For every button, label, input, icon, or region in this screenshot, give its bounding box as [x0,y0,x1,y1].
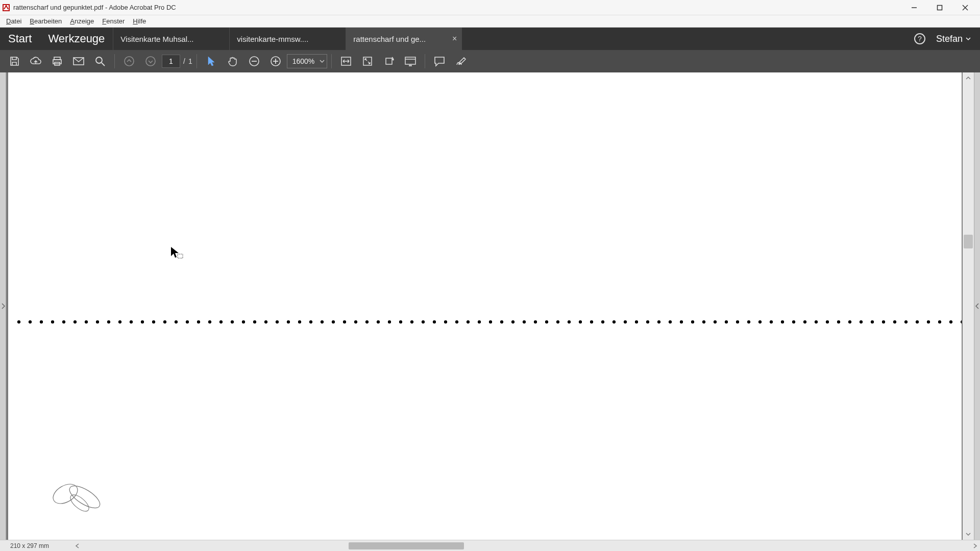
scrollbar-thumb[interactable] [964,235,973,248]
svg-rect-20 [363,57,372,65]
read-mode-button[interactable] [400,52,421,70]
zoom-out-button[interactable] [244,52,264,70]
help-icon: ? [914,33,926,45]
fit-page-button[interactable] [357,52,378,70]
chevron-right-icon [1,303,5,309]
page-dimensions: 210 x 297 mm [0,542,72,549]
document-tab[interactable]: Visitenkarte Muhsal... [113,28,229,50]
maximize-button[interactable] [927,1,952,15]
rotate-view-button[interactable] [379,52,399,70]
acrobat-app-icon [2,4,10,12]
left-panel-toggle[interactable] [0,72,6,540]
menu-fenster[interactable]: Fenster [98,16,129,26]
nav-tools[interactable]: Werkzeuge [40,28,113,50]
read-mode-icon [404,56,416,66]
menu-label: nzeige [75,17,94,25]
mail-button[interactable] [68,52,89,70]
close-tab-icon[interactable]: × [452,34,457,43]
document-tab-active[interactable]: rattenscharf und ge... × [346,28,462,50]
print-button[interactable] [47,52,67,70]
svg-rect-1 [938,5,942,10]
zoom-out-icon [249,56,260,67]
right-panel-toggle[interactable] [974,72,980,540]
search-icon [94,56,106,67]
menu-label: earbeiten [34,17,62,25]
fit-width-button[interactable] [336,52,356,70]
top-navigation: Start Werkzeuge Visitenkarte Muhsal... v… [0,28,980,50]
page-separator: / [183,57,185,65]
scroll-left-button[interactable] [72,541,83,550]
save-button[interactable] [4,52,24,70]
svg-point-25 [66,482,104,512]
page-total: 1 [188,57,192,65]
fit-width-icon [340,56,352,67]
title-bar: rattenscharf und gepunktet.pdf - Adobe A… [0,0,980,15]
search-button[interactable] [90,52,110,70]
nav-start[interactable]: Start [0,28,40,50]
zoom-in-icon [270,56,281,67]
chevron-left-icon [975,303,979,309]
cloud-upload-icon [30,56,42,67]
window-title: rattenscharf und gepunktet.pdf - Adobe A… [13,4,176,11]
print-icon [52,56,63,67]
scroll-up-button[interactable] [963,72,974,84]
scrollbar-track[interactable] [963,84,974,529]
comment-button[interactable] [429,52,450,70]
user-name: Stefan [936,34,963,44]
menu-label: atei [11,17,21,25]
chevron-left-icon [75,543,80,548]
hand-tool-icon [227,56,238,67]
scroll-down-button[interactable] [963,529,974,540]
horizontal-scrollbar[interactable] [72,541,980,550]
menu-bearbeiten[interactable]: Bearbeiten [26,16,66,26]
zoom-value: 1600% [292,57,315,65]
zoom-in-button[interactable] [265,52,286,70]
help-button[interactable]: ? [909,28,931,50]
svg-point-24 [50,480,81,508]
page-up-icon [124,56,135,67]
svg-point-10 [96,57,102,63]
svg-text:?: ? [918,35,922,43]
sign-button[interactable] [451,52,471,70]
toolbar-separator [425,54,425,68]
vertical-scrollbar[interactable] [963,72,974,540]
fit-page-icon [362,56,373,67]
save-icon [9,56,20,67]
document-viewport[interactable] [6,72,974,540]
chevron-up-icon [966,76,971,81]
zoom-dropdown[interactable]: 1600% [287,54,328,68]
tab-label: Visitenkarte Muhsal... [120,35,193,43]
tab-label: visitenkarte-mmsw.... [237,35,308,43]
scrollbar-thumb[interactable] [349,542,464,549]
svg-rect-27 [178,254,183,258]
menu-datei[interactable]: Datei [2,16,26,26]
user-menu[interactable]: Stefan [931,28,980,50]
butterfly-lineart [50,473,106,519]
svg-rect-21 [386,58,392,64]
document-tab[interactable]: visitenkarte-mmsw.... [229,28,346,50]
svg-point-13 [146,57,155,66]
chevron-down-icon [966,532,971,537]
scrollbar-track[interactable] [83,542,970,549]
page-down-button[interactable] [140,52,161,70]
selection-tool-icon [206,56,216,67]
minimize-button[interactable] [901,1,927,15]
page-number-box: / 1 [162,55,192,68]
rotate-view-icon [383,56,395,67]
page-number-input[interactable] [162,55,180,68]
menu-anzeige[interactable]: Anzeige [66,16,98,26]
svg-rect-22 [405,57,415,64]
svg-point-12 [125,57,134,66]
scroll-right-button[interactable] [970,541,980,550]
cursor-indicator [169,246,184,260]
page-up-button[interactable] [119,52,139,70]
chevron-down-icon [320,59,325,64]
menu-label: ilfe [138,17,146,25]
selection-tool-button[interactable] [201,52,222,70]
hand-tool-button[interactable] [223,52,243,70]
svg-line-11 [102,63,105,66]
cloud-upload-button[interactable] [26,52,46,70]
menu-hilfe[interactable]: Hilfe [129,16,150,26]
tab-label: rattenscharf und ge... [353,35,426,43]
close-button[interactable] [952,1,978,15]
